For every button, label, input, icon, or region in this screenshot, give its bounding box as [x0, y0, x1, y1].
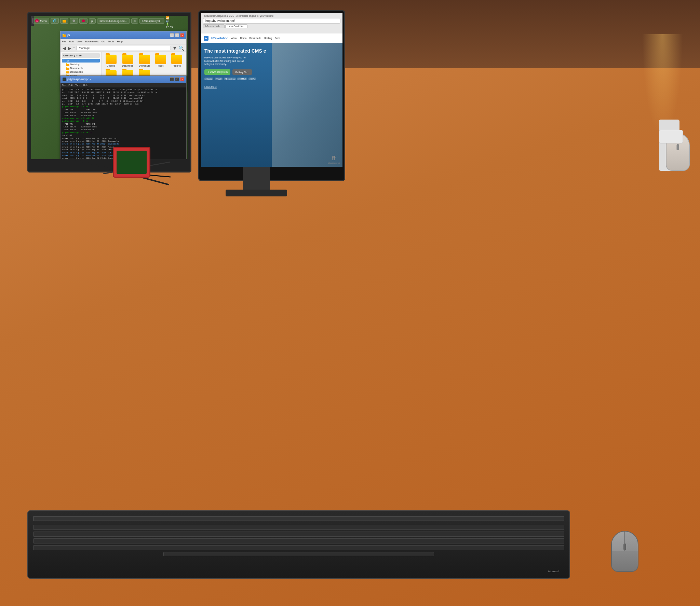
task-pi-label: pi	[134, 19, 136, 23]
term-menu-help[interactable]: Help	[83, 84, 88, 86]
terminal-menubar: File Edit Tabs Help	[60, 83, 186, 87]
fm-menu-help[interactable]: Help	[117, 40, 122, 43]
taskbar-menu-button[interactable]: Menu	[32, 18, 49, 24]
file-item-pictures[interactable]: Pictures	[170, 54, 184, 68]
b2evo-nav-about[interactable]: About	[231, 37, 238, 39]
window-maximize-btn[interactable]: □	[175, 33, 179, 37]
svg-rect-23	[66, 71, 67, 72]
terminal-minimize-btn[interactable]: _	[170, 77, 174, 81]
folder-downloads-icon	[139, 55, 150, 64]
taskbar-task-terminal[interactable]: b@raspberrypi:~	[139, 18, 164, 24]
keyboard[interactable]: Microsoft	[27, 510, 570, 579]
terminal-window-controls: _ □ ×	[170, 77, 184, 81]
wastebasket-label: Wastebasket	[328, 162, 340, 164]
fm-menu-bookmarks[interactable]: Bookmarks	[85, 40, 99, 43]
keyboard-row-2	[33, 532, 564, 537]
tree-item-desktop[interactable]: Desktop	[62, 63, 100, 66]
tree-item-documents[interactable]: Documents	[62, 66, 100, 70]
folder-pictures-icon	[171, 55, 182, 64]
fm-menu-tools[interactable]: Tools	[108, 40, 115, 43]
browser-tab-2[interactable]: Hero Guide to ...	[225, 24, 247, 28]
tree-item-pi[interactable]: pi	[62, 59, 100, 63]
svg-rect-9	[63, 20, 66, 23]
folder-music-icon	[155, 55, 166, 64]
monitor-main-screen: b2evolution.blog/social CMS - A complete…	[201, 13, 342, 167]
fm-menu-file[interactable]: File	[62, 40, 66, 43]
term-line-7: PID TTY TIME CMD	[62, 109, 185, 111]
tree-label-downloads: Downloads	[70, 70, 83, 73]
svg-point-11	[73, 20, 75, 22]
taskbar-settings-icon[interactable]	[70, 18, 78, 24]
mouse-main[interactable]	[611, 531, 638, 572]
globe-icon	[53, 19, 56, 23]
svg-rect-14	[63, 35, 66, 37]
download-button[interactable]: ⬇ Download (Free)	[204, 69, 230, 75]
tree-label-documents: Documents	[70, 67, 83, 70]
b2evo-nav-downloads[interactable]: Downloads	[250, 37, 261, 39]
b2evo-buttons: ⬇ Download (Free) Getting Sta...	[204, 69, 339, 75]
terminal-icon: $_	[63, 78, 66, 81]
fm-menu-go[interactable]: Go	[102, 40, 105, 43]
file-label-downloads: Downloads	[139, 65, 150, 67]
keyboard-brand-label: Microsoft	[548, 570, 559, 573]
window-minimize-btn[interactable]: _	[170, 33, 174, 37]
up-button[interactable]: ↑	[73, 45, 75, 51]
term-line-12: PID TTY TIME CMD	[62, 123, 185, 126]
term-menu-edit[interactable]: Edit	[68, 84, 72, 86]
url-bar[interactable]: http://b2evolution.net/	[203, 18, 340, 24]
file-label-desktop: Desktop	[107, 65, 115, 67]
taskbar-task-fm[interactable]: pi	[89, 18, 96, 24]
terminal-maximize-btn[interactable]: □	[175, 77, 179, 81]
task-browser-label: b2evolution.blog/soci...	[99, 19, 127, 23]
b2evo-logo-icon: b	[204, 36, 208, 41]
toolbar-path[interactable]: /home/pi	[77, 46, 171, 50]
term-line-3: root 2233 0.0 0.0 0 0 ? S 22:32 0:00 [kw…	[62, 97, 185, 100]
b2evo-nav-hosting[interactable]: Hosting	[264, 37, 272, 39]
term-line-14: 2090 pts/0 00:00:00 ps	[62, 128, 185, 131]
term-line-13: 1299 pts/0 00:00:00 bash	[62, 126, 185, 128]
term-menu-tabs[interactable]: Tabs	[75, 84, 80, 86]
learn-more-link[interactable]: Learn More	[204, 83, 339, 89]
term-line-1: pi 2126 24.5 3.6 221524 35012 ? SLl 22:3…	[62, 91, 185, 94]
file-item-desktop[interactable]: Desktop	[104, 54, 118, 68]
taskbar-browser-icon[interactable]	[51, 18, 59, 24]
wifi-icon: 📶	[166, 16, 169, 19]
taskbar-filemanager-icon[interactable]	[60, 18, 68, 24]
task-fm-label: pi	[91, 19, 93, 23]
file-label-music: Music	[158, 65, 163, 67]
file-item-documents[interactable]: Documents	[120, 54, 136, 68]
raspi-board-pcb	[117, 151, 147, 174]
toolbar-dropdown[interactable]: ▼	[172, 45, 177, 51]
svg-point-3	[37, 20, 38, 21]
folder-icon-downloads	[66, 71, 69, 73]
back-button[interactable]: ◀	[63, 45, 66, 51]
taskbar-raspi-icon[interactable]	[79, 18, 88, 24]
term-menu-file[interactable]: File	[62, 84, 66, 86]
task-terminal-label: b@raspberrypi:~	[142, 19, 162, 23]
raspberry-icon	[82, 19, 85, 23]
fm-menu-view[interactable]: View	[77, 40, 82, 43]
file-item-music[interactable]: Music	[153, 54, 168, 68]
taskbar-task-pi[interactable]: pi	[131, 18, 138, 24]
term-line-6: pi@raspberrypi:~ $ ps	[62, 106, 185, 108]
dir-tree-header: Directory Tree	[62, 53, 100, 58]
clock-display: 22:39	[166, 26, 173, 29]
getting-started-button[interactable]: Getting Sta...	[232, 69, 252, 75]
window-close-btn[interactable]: ×	[180, 33, 184, 37]
terminal-titlebar: $_ pi@raspberrypi:~ _ □ ×	[60, 76, 186, 83]
monitor-stand-base	[226, 190, 287, 196]
terminal-close-btn[interactable]: ×	[180, 77, 184, 81]
toolbar-search[interactable]: 🔍	[178, 45, 184, 51]
forward-button[interactable]: ▶	[68, 45, 71, 51]
fm-menu-edit[interactable]: Edit	[69, 40, 74, 43]
tree-item-downloads[interactable]: Downloads	[62, 70, 100, 74]
browser-tabs: b2evolution.bl... Hero Guide to ...	[203, 24, 340, 28]
b2evo-nav-demo[interactable]: Demo	[240, 37, 247, 39]
browser-window-title: b2evolution.blog/social CMS - A complete…	[203, 14, 340, 17]
file-item-downloads[interactable]: Downloads	[137, 54, 152, 68]
b2evo-nav-docs[interactable]: Docs	[275, 37, 280, 39]
browser-tab-1[interactable]: b2evolution.bl...	[203, 24, 225, 28]
svg-point-13	[82, 19, 85, 22]
raspi-menu-icon	[35, 19, 39, 23]
taskbar-task-browser[interactable]: b2evolution.blog/soci...	[97, 18, 130, 24]
